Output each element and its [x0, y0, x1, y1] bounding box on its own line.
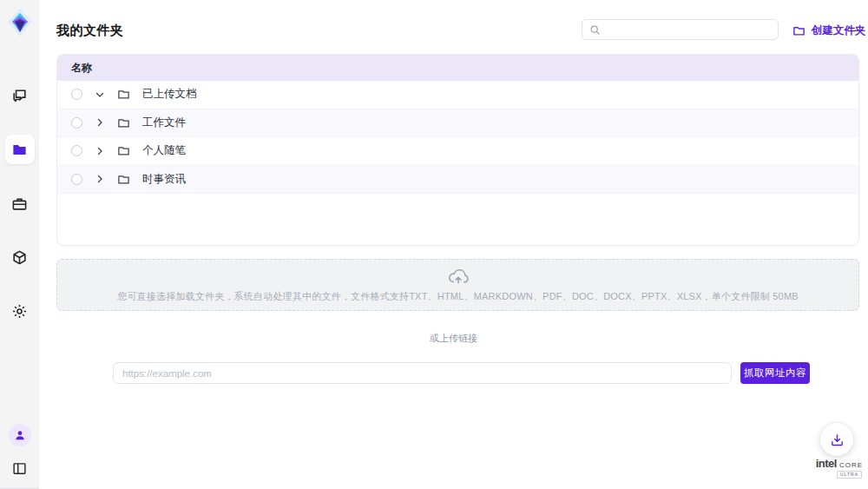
- download-fab-button[interactable]: [820, 423, 853, 456]
- intel-wordmark: intel: [816, 458, 837, 469]
- gear-icon: [11, 303, 28, 320]
- folder-row[interactable]: 工作文件: [57, 109, 858, 138]
- search-input[interactable]: [606, 23, 771, 36]
- folder-name[interactable]: 个人随笔: [142, 143, 186, 158]
- row-checkbox[interactable]: [71, 174, 82, 185]
- or-upload-link-label: 或上传链接: [39, 332, 868, 345]
- chevron-right-icon[interactable]: [95, 146, 105, 156]
- chevron-right-icon[interactable]: [95, 117, 105, 128]
- collapse-sidebar-button[interactable]: [10, 459, 30, 478]
- main-content: 我的文件夹 创建文件夹 名称: [39, 0, 868, 489]
- row-checkbox[interactable]: [71, 117, 82, 129]
- folder-name[interactable]: 工作文件: [142, 116, 186, 130]
- table-header-row: 名称: [57, 55, 858, 81]
- folder-name[interactable]: 时事资讯: [142, 172, 186, 187]
- intel-core-ultra-logo: intel core ULTRA: [807, 458, 863, 479]
- sidebar-item-settings[interactable]: [5, 296, 35, 326]
- core-wordmark: core: [839, 459, 863, 469]
- search-icon: [589, 24, 601, 36]
- url-input[interactable]: [113, 362, 732, 384]
- row-checkbox[interactable]: [71, 145, 82, 156]
- create-folder-button[interactable]: 创建文件夹: [792, 23, 866, 38]
- row-checkbox[interactable]: [71, 89, 82, 100]
- sidebar: [0, 0, 39, 489]
- app-logo-gem-icon[interactable]: [6, 6, 34, 39]
- create-folder-label: 创建文件夹: [812, 23, 866, 38]
- folder-row[interactable]: 时事资讯: [57, 166, 858, 195]
- panel-layout-icon: [12, 461, 27, 476]
- download-icon: [830, 433, 845, 447]
- fetch-url-button[interactable]: 抓取网址内容: [740, 362, 810, 384]
- upload-dropzone[interactable]: 您可直接选择加载文件夹，系统自动处理其中的文件，文件格式支持TXT、HTML、M…: [56, 259, 859, 311]
- page-title: 我的文件夹: [56, 23, 124, 39]
- url-fetch-row: 抓取网址内容: [113, 362, 810, 384]
- folder-row[interactable]: 个人随笔: [57, 137, 858, 166]
- folder-icon: [117, 88, 130, 101]
- chevron-down-icon[interactable]: [95, 89, 105, 100]
- chevron-right-icon[interactable]: [95, 174, 105, 184]
- folder-icon: [117, 116, 130, 129]
- search-box[interactable]: [582, 19, 779, 40]
- folder-plus-icon: [792, 24, 806, 37]
- folder-row[interactable]: 已上传文档: [57, 81, 858, 109]
- folder-table: 名称 已上传文档 工作文件: [56, 54, 859, 246]
- chat-icon: [11, 88, 28, 104]
- folder-filled-icon: [11, 142, 28, 158]
- sidebar-item-models[interactable]: [5, 242, 35, 272]
- sidebar-item-chat[interactable]: [5, 81, 35, 110]
- cube-icon: [11, 249, 28, 266]
- cloud-upload-icon: [447, 267, 470, 286]
- sidebar-item-folders[interactable]: [5, 135, 35, 164]
- briefcase-icon: [11, 195, 28, 212]
- person-icon: [14, 429, 26, 441]
- folder-icon: [117, 144, 130, 157]
- ultra-chip-label: ULTRA: [837, 471, 862, 479]
- user-avatar[interactable]: [9, 424, 31, 446]
- name-column-header: 名称: [71, 61, 92, 76]
- sidebar-item-toolbox[interactable]: [5, 188, 35, 218]
- folder-name[interactable]: 已上传文档: [142, 87, 197, 102]
- upload-hint-text: 您可直接选择加载文件夹，系统自动处理其中的文件，文件格式支持TXT、HTML、M…: [117, 290, 799, 303]
- folder-icon: [117, 173, 130, 186]
